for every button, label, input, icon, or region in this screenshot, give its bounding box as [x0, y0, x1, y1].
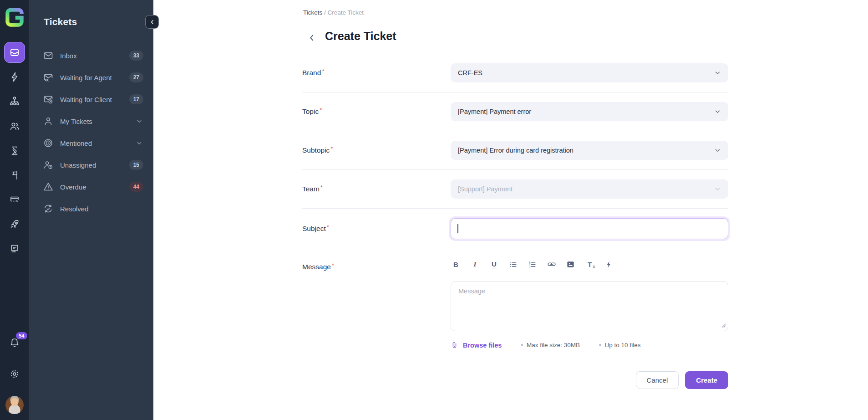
lightning-icon: [605, 261, 613, 268]
insert-image-button[interactable]: [566, 259, 575, 269]
chevron-down-icon: [135, 117, 143, 125]
rail-item-tickets[interactable]: [4, 42, 25, 63]
underline-icon: U: [492, 260, 497, 268]
svg-text:IP: IP: [13, 246, 16, 250]
topic-row: Topic* [Payment] Payment error: [302, 92, 728, 131]
chevron-left-icon: [307, 33, 317, 43]
topic-label: Topic*: [302, 108, 451, 116]
subtopic-label: Subtopic*: [302, 146, 451, 154]
breadcrumb-separator: /: [322, 9, 327, 16]
topic-select[interactable]: [Payment] Payment error: [451, 102, 728, 121]
count-badge-alert: 44: [129, 182, 143, 192]
sidebar-nav: Inbox 33 Waiting for Agent 27: [29, 45, 153, 220]
window-cursor-icon: [9, 194, 20, 205]
sidebar-item-label: Overdue: [60, 183, 129, 191]
resize-handle[interactable]: [721, 323, 726, 328]
sidebar-item-mentioned[interactable]: Mentioned: [29, 132, 153, 154]
user-avatar[interactable]: [5, 396, 24, 414]
count-badge: 17: [129, 94, 143, 104]
back-button[interactable]: [306, 32, 318, 44]
rail-item-onboarding[interactable]: [8, 218, 21, 230]
max-files-hint: • Up to 10 files: [599, 342, 640, 348]
count-badge: 33: [129, 51, 143, 61]
svg-text:3: 3: [529, 265, 530, 267]
breadcrumb: Tickets / Create Ticket: [303, 9, 364, 16]
chevron-down-icon: [714, 108, 721, 116]
ticket-icon: [9, 46, 20, 58]
numbered-list-button[interactable]: 1 2 3: [528, 259, 537, 269]
sidebar-item-waiting-for-client[interactable]: Waiting for Client 17: [29, 88, 153, 110]
envelope-clock-icon: [43, 94, 54, 105]
person-question-icon: ?: [43, 159, 54, 170]
message-textarea[interactable]: [451, 281, 728, 331]
sidebar-item-label: Unassigned: [60, 161, 129, 169]
paperclip-icon: [451, 341, 458, 349]
sidebar-item-label: Inbox: [60, 52, 129, 60]
sync-check-icon: [43, 203, 54, 214]
people-icon: [9, 121, 20, 132]
rail-item-network[interactable]: IP: [8, 242, 21, 255]
rail-item-widgets[interactable]: [8, 193, 21, 206]
create-ticket-form: Brand* CRF-ES Topic* [Payment] Payment e…: [302, 54, 728, 389]
rail-item-flows[interactable]: [8, 95, 21, 108]
app-logo[interactable]: [5, 7, 25, 27]
sidebar-item-overdue[interactable]: Overdue 44: [29, 176, 153, 198]
chevron-left-icon: [149, 19, 156, 26]
link-icon: [547, 260, 556, 269]
bulleted-list-button[interactable]: [509, 259, 518, 269]
brand-select[interactable]: CRF-ES: [451, 63, 728, 82]
chevron-down-icon: [714, 185, 721, 193]
brand-row: Brand* CRF-ES: [302, 54, 728, 92]
person-icon: [43, 116, 54, 127]
bold-button[interactable]: B: [452, 259, 460, 269]
text-style-button[interactable]: T: [585, 259, 594, 269]
rail-item-feedback[interactable]: [8, 169, 21, 182]
required-asterisk: *: [320, 184, 323, 191]
team-row: Team* [Support] Payment: [302, 170, 728, 209]
notifications-button[interactable]: 54: [8, 336, 21, 349]
settings-button[interactable]: [8, 368, 21, 380]
browse-files-button[interactable]: Browse files: [463, 342, 502, 349]
rail-item-activity[interactable]: [8, 144, 21, 157]
image-icon: [566, 260, 575, 269]
required-asterisk: *: [322, 68, 324, 75]
notification-count-badge: 54: [16, 332, 27, 339]
subtopic-select[interactable]: [Payment] Error during card registration: [451, 141, 728, 160]
svg-text:?: ?: [50, 166, 51, 169]
breadcrumb-current: Create Ticket: [328, 9, 364, 16]
count-badge: 15: [129, 160, 143, 170]
sidebar-item-label: My Tickets: [60, 118, 135, 125]
create-button[interactable]: Create: [685, 371, 728, 389]
link-button[interactable]: [547, 259, 556, 269]
sidebar-collapse-button[interactable]: [145, 15, 159, 29]
sidebar-item-resolved[interactable]: Resolved: [29, 198, 153, 220]
rocket-icon: [9, 219, 20, 230]
count-badge: 27: [129, 72, 143, 82]
text-style-icon: T: [588, 261, 592, 268]
message-label: Message*: [302, 256, 451, 271]
droplet-icon: [592, 265, 596, 269]
chevron-down-icon: [714, 69, 721, 77]
page-title: Create Ticket: [325, 30, 396, 43]
subject-input[interactable]: [451, 218, 728, 239]
warning-triangle-icon: [43, 181, 54, 192]
italic-button[interactable]: I: [471, 259, 479, 269]
sidebar-item-label: Mentioned: [60, 139, 135, 147]
breadcrumb-tickets[interactable]: Tickets: [303, 9, 322, 16]
sidebar-item-inbox[interactable]: Inbox 33: [29, 45, 153, 67]
brand-label: Brand*: [302, 69, 451, 77]
sidebar-item-waiting-for-agent[interactable]: Waiting for Agent 27: [29, 67, 153, 88]
sidebar-item-unassigned[interactable]: ? Unassigned 15: [29, 154, 153, 176]
underline-button[interactable]: U: [490, 259, 498, 269]
subject-row: Subject*: [302, 209, 728, 249]
rail-item-automations[interactable]: [8, 71, 21, 83]
sidebar-item-my-tickets[interactable]: My Tickets: [29, 110, 153, 132]
cancel-button[interactable]: Cancel: [636, 371, 679, 389]
team-select-disabled: [Support] Payment: [451, 179, 728, 199]
chevron-down-icon: [135, 139, 143, 147]
subject-label: Subject*: [302, 225, 451, 233]
numbered-list-icon: 1 2 3: [528, 260, 537, 269]
macros-button[interactable]: [604, 259, 613, 269]
required-asterisk: *: [327, 224, 329, 230]
rail-item-customers[interactable]: [8, 120, 21, 133]
